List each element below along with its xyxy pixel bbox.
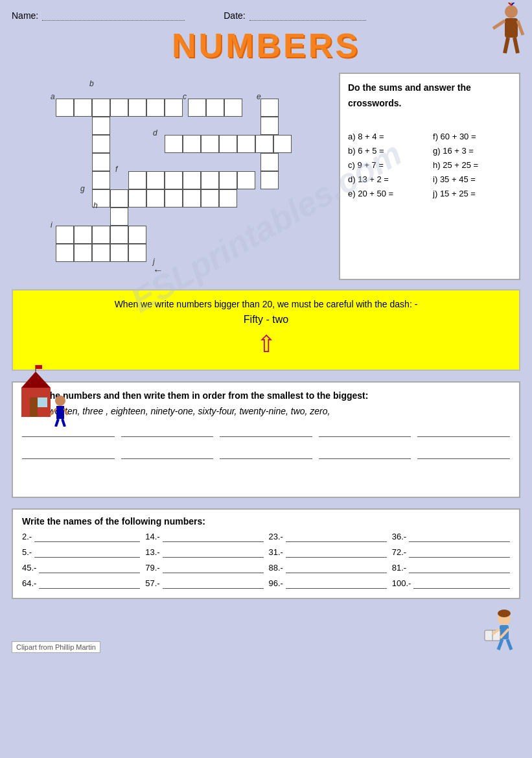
cell-f5 xyxy=(201,171,219,189)
svg-point-0 xyxy=(505,5,518,18)
cell-f1 xyxy=(128,171,146,189)
sum-g: g) 16 + 3 = xyxy=(433,144,511,158)
instructions-box: Do the sums and answer the crosswords. a… xyxy=(339,73,520,280)
instructions-title: Do the sums and answer the crosswords. xyxy=(348,80,511,112)
clue-g: g xyxy=(80,184,85,193)
reading-child-svg xyxy=(468,606,520,651)
svg-line-5 xyxy=(493,21,505,29)
sums-row-2: b) 6 + 5 = g) 16 + 3 = xyxy=(348,144,511,158)
sum-f: f) 60 + 30 = xyxy=(433,130,511,144)
numbers-grid: 2.- 14.- 23.- 36.- 5.- 13.- xyxy=(22,532,510,591)
cell-a1 xyxy=(56,99,74,117)
sum-i: i) 35 + 45 = xyxy=(433,172,511,187)
cell-f6 xyxy=(219,171,237,189)
svg-point-29 xyxy=(498,610,511,617)
svg-rect-14 xyxy=(36,365,42,369)
cell-i-v4 xyxy=(110,244,128,262)
cell-g8 xyxy=(219,189,237,207)
numbers-box-title: Write the names of the following numbers… xyxy=(22,516,510,527)
cell-a3 xyxy=(92,99,110,117)
cell-a2 xyxy=(74,99,92,117)
sum-h: h) 25 + 25 = xyxy=(433,158,511,172)
svg-line-6 xyxy=(518,21,523,35)
sums-row-5: e) 20 + 50 = j) 15 + 25 = xyxy=(348,187,511,201)
svg-line-3 xyxy=(511,3,516,5)
clue-c: c xyxy=(183,92,187,101)
reading-box: Read the numbers and then write them in … xyxy=(12,381,520,498)
clue-f: f xyxy=(115,165,117,174)
clue-i: i xyxy=(51,220,52,230)
cell-e-v3 xyxy=(260,171,279,189)
sum-d: d) 13 + 2 = xyxy=(348,172,426,187)
svg-line-7 xyxy=(505,38,508,53)
cell-d4 xyxy=(219,135,237,153)
num-line-81 xyxy=(409,563,510,573)
cell-d6 xyxy=(255,135,273,153)
rule-box: When we write numbers bigger than 20, we… xyxy=(12,289,520,371)
svg-line-19 xyxy=(56,419,58,427)
cell-a6 xyxy=(146,99,165,117)
header-row: Name: Date: xyxy=(12,10,520,21)
reading-title: Read the numbers and then write them in … xyxy=(22,390,510,401)
cell-i-v3 xyxy=(92,244,110,262)
cell-c1 xyxy=(188,99,206,117)
cell-g2 xyxy=(110,189,128,207)
svg-rect-12 xyxy=(38,397,47,407)
line-seg-9 xyxy=(319,445,411,459)
num-item-31: 31.- xyxy=(269,547,387,558)
svg-line-17 xyxy=(51,409,56,415)
num-line-96 xyxy=(286,578,387,589)
num-label-13: 13.- xyxy=(145,547,159,557)
cell-e1 xyxy=(260,99,279,117)
name-field: Name: xyxy=(12,10,185,21)
num-label-36: 36.- xyxy=(392,532,406,541)
line-seg-7 xyxy=(121,445,214,459)
crossword-area: a b c e xyxy=(12,73,329,280)
line-seg-4 xyxy=(319,423,411,437)
num-item-45: 45.- xyxy=(22,563,140,573)
num-line-13 xyxy=(163,547,264,558)
footer-row: Clipart from Phillip Martin xyxy=(12,606,520,653)
cell-f4 xyxy=(183,171,201,189)
svg-rect-11 xyxy=(30,397,38,417)
cell-c2 xyxy=(206,99,224,117)
num-item-100: 100.- xyxy=(392,578,510,589)
num-line-88 xyxy=(286,563,387,573)
svg-line-1 xyxy=(506,3,511,5)
svg-line-8 xyxy=(515,38,518,53)
reading-child-figure xyxy=(468,606,520,653)
sums-row-4: d) 13 + 2 = i) 35 + 45 = xyxy=(348,172,511,187)
sum-b: b) 6 + 5 = xyxy=(348,144,426,158)
crossword-grid: a b c e xyxy=(12,79,284,280)
line-seg-2 xyxy=(121,423,214,437)
num-line-31 xyxy=(286,547,387,558)
clue-h: h xyxy=(93,201,98,210)
sums-row-1: a) 8 + 4 = f) 60 + 30 = xyxy=(348,130,511,144)
line-seg-8 xyxy=(220,445,312,459)
date-input-line xyxy=(249,10,366,21)
cell-d5 xyxy=(237,135,255,153)
date-field: Date: xyxy=(224,10,365,21)
num-item-5: 5.- xyxy=(22,547,140,558)
rule-arrow: ⇧ xyxy=(23,326,509,363)
rule-line1: When we write numbers bigger than 20, we… xyxy=(115,299,418,309)
num-label-14: 14.- xyxy=(145,532,159,541)
svg-rect-16 xyxy=(56,406,64,419)
title-area: NUMBERS xyxy=(12,26,520,65)
cell-f7 xyxy=(237,171,255,189)
num-label-72: 72.- xyxy=(392,547,406,557)
num-line-5 xyxy=(34,547,140,558)
cell-b2 xyxy=(92,135,110,153)
native-american-svg xyxy=(487,3,526,61)
svg-point-15 xyxy=(55,396,65,406)
num-item-23: 23.- xyxy=(269,532,387,542)
num-item-13: 13.- xyxy=(145,547,263,558)
svg-line-18 xyxy=(64,409,67,415)
line-seg-10 xyxy=(417,445,510,459)
clue-b: b xyxy=(89,79,94,88)
num-label-81: 81.- xyxy=(392,563,406,573)
num-item-36: 36.- xyxy=(392,532,510,542)
num-item-64: 64.- xyxy=(22,578,140,589)
line-seg-5 xyxy=(417,423,510,437)
native-american-figure xyxy=(487,3,526,61)
